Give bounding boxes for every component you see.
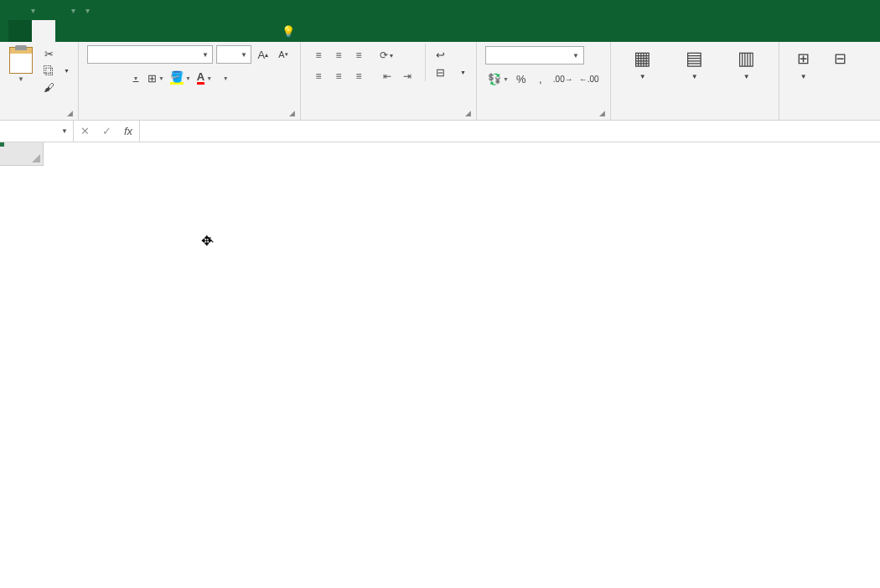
number-launcher-icon[interactable]: ◢: [599, 109, 605, 117]
brush-icon: 🖌: [42, 81, 55, 94]
group-number: ▼ 💱▼ % , .00→ ←.00 ◢: [477, 42, 611, 120]
group-cells: ⊞ ▼ ⊟: [779, 42, 865, 120]
clipboard-launcher-icon[interactable]: ◢: [67, 109, 73, 117]
group-font: ▼ ▼ A▴ A▾ ▼ ⊞▼ 🪣▼ A▼ ▼ ◢: [79, 42, 301, 120]
tell-me-search[interactable]: 💡: [273, 20, 308, 42]
italic-button[interactable]: [106, 69, 125, 87]
increase-decimal-button[interactable]: .00→: [551, 70, 576, 88]
move-cursor-icon: ✥↖: [201, 233, 220, 249]
cell-styles-button[interactable]: ▥ ▼: [725, 47, 769, 80]
name-box[interactable]: ▼: [0, 121, 74, 142]
currency-button[interactable]: 💱▼: [485, 70, 511, 88]
delete-cells-button[interactable]: ⊟: [825, 47, 857, 73]
font-name-select[interactable]: ▼: [87, 45, 213, 64]
alignment-launcher-icon[interactable]: ◢: [465, 109, 471, 117]
font-color-button[interactable]: A▼: [194, 69, 215, 87]
insert-icon: ⊞: [791, 47, 816, 70]
table-format-icon: ▤: [682, 47, 707, 70]
delete-icon: ⊟: [828, 47, 853, 70]
fill-color-button[interactable]: 🪣▼: [168, 69, 194, 87]
align-center-button[interactable]: ≡: [329, 68, 348, 85]
merge-icon: ⊟: [436, 66, 449, 79]
format-as-table-button[interactable]: ▤ ▼: [673, 47, 717, 80]
qat-customize-icon[interactable]: ▾: [85, 6, 90, 15]
percent-button[interactable]: %: [512, 70, 531, 88]
lightbulb-icon: 💡: [282, 25, 295, 38]
format-painter-button[interactable]: 🖌: [40, 80, 71, 95]
tab-insert[interactable]: [55, 20, 79, 42]
font-size-select[interactable]: ▼: [216, 45, 251, 64]
tab-dev[interactable]: [196, 20, 220, 42]
formula-input[interactable]: [140, 121, 880, 142]
align-right-button[interactable]: ≡: [349, 68, 368, 85]
orientation-button[interactable]: ⟳▼: [378, 47, 396, 64]
font-launcher-icon[interactable]: ◢: [289, 109, 295, 117]
tab-view[interactable]: [173, 20, 196, 42]
redo-button[interactable]: [44, 1, 62, 19]
enter-button[interactable]: ✓: [96, 121, 117, 142]
scissors-icon: ✂: [42, 48, 55, 60]
insert-cells-button[interactable]: ⊞ ▼: [788, 47, 820, 80]
undo-button[interactable]: ▾: [23, 1, 42, 19]
comma-button[interactable]: ,: [531, 70, 550, 88]
group-alignment: ≡ ≡ ≡ ⟳▼ ≡ ≡ ≡ ⇤ ⇥ ↩ ⊟▼ ◢: [301, 42, 477, 120]
conditional-format-button[interactable]: ▦ ▼: [621, 47, 665, 80]
grow-font-button[interactable]: A▴: [255, 45, 272, 64]
underline-button[interactable]: ▼: [126, 69, 144, 87]
group-styles-label: [614, 116, 775, 120]
number-format-select[interactable]: ▼: [485, 46, 584, 64]
tab-layout[interactable]: [79, 20, 102, 42]
fx-button[interactable]: fx: [117, 121, 139, 142]
tab-help[interactable]: [220, 20, 243, 42]
ribbon: ▼ ✂ ⿻▼ 🖌 ◢ ▼ ▼ A▴ A▾ ▼ ⊞▼ 🪣▼: [0, 42, 880, 121]
increase-indent-button[interactable]: ⇥: [398, 68, 417, 85]
phonetic-button[interactable]: ▼: [215, 69, 234, 87]
ribbon-tabs: 💡: [0, 20, 880, 42]
wrap-icon: ↩: [436, 49, 449, 61]
name-box-input[interactable]: [5, 126, 55, 137]
border-button[interactable]: ⊞▼: [145, 69, 167, 87]
tab-formulas[interactable]: [102, 20, 126, 42]
decrease-decimal-button[interactable]: ←.00: [577, 70, 602, 88]
decrease-indent-button[interactable]: ⇤: [378, 68, 396, 85]
print-preview-button[interactable]: ▾: [64, 1, 82, 19]
shrink-font-button[interactable]: A▾: [275, 45, 292, 64]
wrap-text-button[interactable]: ↩: [432, 46, 469, 64]
align-top-button[interactable]: ≡: [309, 47, 328, 64]
copy-icon: ⿻: [42, 64, 55, 77]
align-left-button[interactable]: ≡: [309, 68, 328, 85]
bold-button[interactable]: [87, 69, 106, 87]
align-middle-button[interactable]: ≡: [329, 47, 348, 64]
select-all-corner[interactable]: [0, 142, 44, 166]
tab-home[interactable]: [32, 20, 55, 42]
tab-powerpivot[interactable]: [243, 20, 267, 42]
tab-data[interactable]: [126, 20, 149, 42]
paste-button[interactable]: ▼: [3, 44, 39, 83]
border-icon: ⊞: [148, 72, 157, 85]
spreadsheet-grid[interactable]: ✥↖: [0, 142, 880, 588]
align-bottom-button[interactable]: ≡: [349, 47, 368, 64]
copy-button[interactable]: ⿻▼: [40, 64, 71, 78]
quick-access-toolbar: ▾ ▾ ▾: [0, 1, 91, 19]
cell-styles-icon: ▥: [734, 47, 759, 70]
cond-format-icon: ▦: [630, 47, 655, 70]
cut-button[interactable]: ✂: [40, 47, 71, 61]
save-button[interactable]: [3, 1, 22, 19]
paste-icon: [9, 47, 33, 74]
group-clipboard: ▼ ✂ ⿻▼ 🖌 ◢: [0, 42, 79, 120]
tab-review[interactable]: [149, 20, 173, 42]
cancel-button[interactable]: ✕: [74, 121, 96, 142]
title-bar: ▾ ▾ ▾: [0, 0, 880, 20]
merge-center-button[interactable]: ⊟▼: [432, 64, 469, 81]
group-styles: ▦ ▼ ▤ ▼ ▥ ▼: [611, 42, 779, 120]
name-box-dropdown-icon[interactable]: ▼: [61, 127, 68, 135]
tab-file[interactable]: [8, 20, 32, 42]
bucket-icon: 🪣: [170, 72, 184, 85]
group-cells-label: [783, 116, 862, 120]
formula-bar: ▼ ✕ ✓ fx: [0, 121, 880, 142]
